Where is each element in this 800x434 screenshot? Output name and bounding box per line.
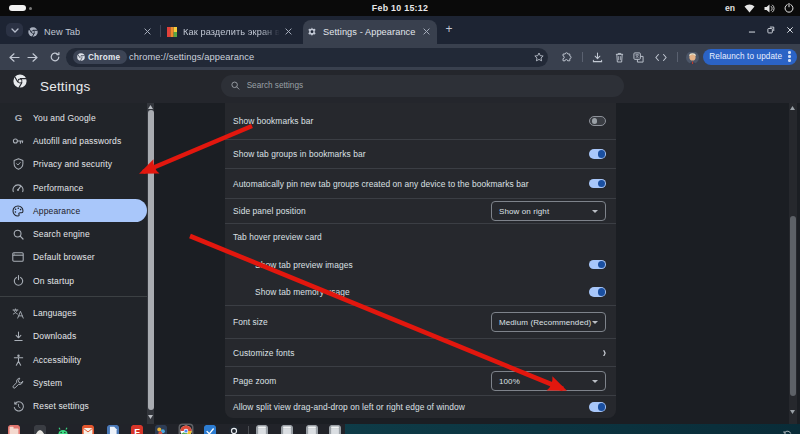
chrome-logo-icon — [13, 74, 27, 92]
settings-search[interactable] — [221, 75, 624, 97]
gray-window-icon[interactable] — [329, 425, 341, 434]
setting-row-side-panel-position[interactable]: Side panel positionShow on right — [225, 199, 616, 224]
toggle-on[interactable] — [589, 287, 606, 297]
setting-row-show-tab-preview-images[interactable]: Show tab preview images — [225, 250, 616, 279]
tab-close-icon[interactable] — [282, 26, 294, 38]
red-f-app-icon[interactable]: F — [131, 425, 143, 434]
chrome-app-icon[interactable] — [180, 425, 192, 434]
star-icon[interactable] — [534, 48, 544, 67]
reload-icon[interactable] — [47, 44, 63, 70]
dropdown-select[interactable]: Medium (Recommended) — [491, 312, 606, 332]
tab-1[interactable]: Как разделить экран в бр — [163, 20, 299, 44]
toggle-on[interactable] — [589, 179, 606, 189]
toggle-on[interactable] — [589, 402, 606, 412]
sidebar-item-reset-settings[interactable]: Reset settings — [0, 395, 148, 418]
setting-row-show-tab-groups-in-bookmarks-bar[interactable]: Show tab groups in bookmarks bar — [225, 140, 616, 169]
scrollbar-thumb[interactable] — [148, 110, 154, 410]
gray-window-icon[interactable] — [281, 425, 293, 434]
chevron-right-icon[interactable]: › — [603, 347, 606, 358]
scroll-up-icon[interactable] — [147, 103, 154, 110]
tab-close-icon[interactable] — [141, 26, 153, 38]
wrench-icon — [12, 377, 24, 389]
dropdown-select[interactable]: 100% — [491, 371, 606, 391]
download-small-icon — [12, 330, 24, 342]
sidebar-item-you-and-google[interactable]: GYou and Google — [0, 106, 148, 129]
sidebar-item-appearance[interactable]: Appearance — [0, 199, 147, 222]
docs-app-icon[interactable] — [107, 425, 119, 434]
back-icon[interactable] — [6, 44, 22, 70]
dark-app-icon[interactable] — [228, 425, 240, 434]
restore-icon[interactable] — [765, 25, 776, 36]
relaunch-to-update-button[interactable]: Relaunch to update — [703, 49, 797, 65]
tab-separator — [160, 25, 161, 37]
gear-icon — [307, 27, 317, 37]
search-input[interactable] — [247, 81, 614, 90]
toggle-on[interactable] — [589, 149, 606, 159]
clock[interactable]: Feb 10 15:12 — [0, 0, 800, 16]
setting-row-customize-fonts[interactable]: Customize fonts› — [225, 339, 616, 367]
extensions-icon[interactable] — [558, 44, 574, 70]
new-tab-button[interactable]: + — [442, 23, 456, 37]
scroll-down-icon[interactable] — [789, 408, 796, 415]
chevron-down-icon — [592, 321, 598, 324]
mail-app-icon[interactable] — [82, 425, 94, 434]
forward-icon[interactable] — [25, 44, 41, 70]
dropdown-select[interactable]: Show on right — [491, 201, 606, 221]
sidebar-item-default-browser[interactable]: Default browser — [0, 246, 148, 269]
tab-active-2[interactable]: Settings - Appearance — [303, 20, 437, 44]
gimp-app-icon[interactable] — [34, 425, 46, 434]
translate-icon[interactable] — [631, 44, 647, 70]
omnibox[interactable]: Chrome chrome://settings/appearance — [66, 48, 548, 67]
media-app-icon[interactable] — [155, 425, 167, 434]
volume-icon — [764, 4, 775, 13]
sidebar-item-downloads[interactable]: Downloads — [0, 325, 148, 348]
blue-app-icon[interactable] — [204, 425, 216, 434]
minimize-icon[interactable] — [746, 25, 757, 36]
site-chip[interactable]: Chrome — [73, 50, 127, 64]
sidebar-item-system[interactable]: System — [0, 371, 148, 394]
sidebar-item-autofill-and-passwords[interactable]: Autofill and passwords — [0, 129, 148, 152]
download-icon[interactable] — [590, 44, 606, 70]
sidebar-item-performance[interactable]: Performance — [0, 176, 148, 199]
sidebar-item-accessibility[interactable]: Accessibility — [0, 348, 148, 371]
setting-row-automatically-pin-new-tab-groups-created[interactable]: Automatically pin new tab groups created… — [225, 169, 616, 199]
system-tray[interactable]: en — [725, 0, 794, 16]
scrollbar-thumb[interactable] — [790, 216, 796, 396]
scroll-down-icon[interactable] — [147, 413, 154, 420]
settings-header: Settings — [0, 70, 800, 103]
toggle-off[interactable] — [589, 116, 606, 126]
sync-arrows-icon[interactable] — [783, 425, 792, 434]
close-icon[interactable] — [784, 25, 795, 36]
sidebar-item-languages[interactable]: Languages — [0, 301, 148, 324]
setting-row-page-zoom[interactable]: Page zoom100% — [225, 367, 616, 396]
toggle-on[interactable] — [589, 260, 606, 270]
sidebar-item-label: On startup — [33, 276, 74, 286]
sidebar-scrollbar[interactable] — [147, 103, 154, 424]
sidebar-item-search-engine[interactable]: Search engine — [0, 222, 148, 245]
gray-window-icon[interactable] — [256, 425, 268, 434]
setting-row-allow-split-view-drag-and-drop-on-left-o[interactable]: Allow split view drag-and-drop on left o… — [225, 396, 616, 418]
tab-close-icon[interactable] — [420, 26, 432, 38]
keyboard-layout-indicator[interactable]: en — [725, 3, 735, 13]
sidebar-item-label: Appearance — [33, 206, 80, 216]
tab-search-button[interactable] — [6, 23, 23, 37]
setting-row-show-tab-memory-usage[interactable]: Show tab memory usage — [225, 279, 616, 306]
sidebar-item-on-startup[interactable]: On startup — [0, 269, 148, 292]
page-scrollbar[interactable] — [789, 103, 797, 424]
kebab-icon[interactable] — [788, 55, 791, 58]
sidebar-item-privacy-and-security[interactable]: Privacy and security — [0, 153, 148, 176]
setting-row-show-bookmarks-bar[interactable]: Show bookmarks bar — [225, 103, 616, 140]
files-app-icon[interactable] — [8, 425, 20, 434]
url-text[interactable]: chrome://settings/appearance — [129, 48, 254, 67]
setting-row-font-size[interactable]: Font sizeMedium (Recommended) — [225, 306, 616, 339]
setting-label: Allow split view drag-and-drop on left o… — [233, 402, 465, 412]
android-app-icon[interactable] — [57, 425, 69, 434]
scroll-up-icon[interactable] — [789, 104, 796, 111]
setting-label: Show tab preview images — [255, 260, 353, 270]
delete-icon[interactable] — [611, 44, 627, 70]
tab-0[interactable]: New Tab — [24, 20, 158, 44]
gray-window-icon[interactable] — [306, 425, 318, 434]
user-avatar[interactable] — [686, 51, 699, 64]
shield-icon — [12, 158, 24, 170]
code-icon[interactable] — [653, 44, 669, 70]
